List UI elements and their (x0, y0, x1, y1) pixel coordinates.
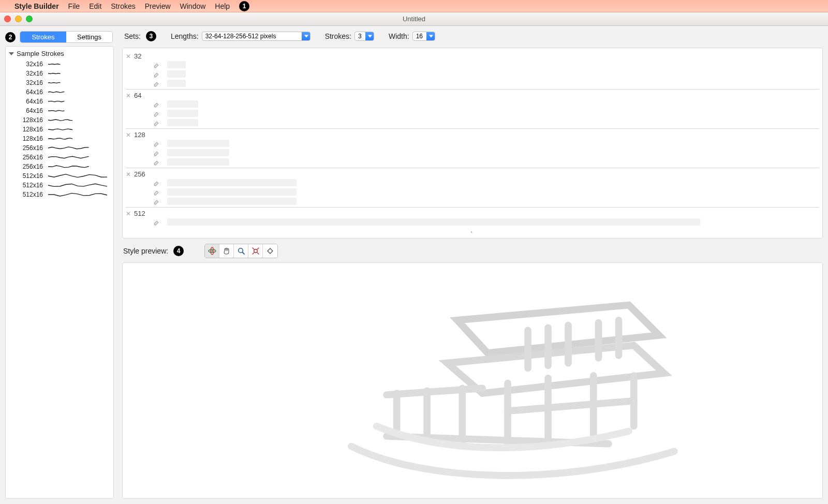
sets-panel: ✕32✕64✕128✕256✕512 • (122, 48, 823, 239)
zoom-tool-button[interactable] (234, 244, 248, 258)
stroke-slot-row (126, 79, 819, 88)
stroke-dimensions: 256x16 (19, 163, 43, 170)
zoom-extents-tool-button[interactable] (248, 244, 263, 258)
main-column: Sets: 3 Lengths: 32-64-128-256-512 pixel… (119, 26, 828, 504)
stroke-dimensions: 128x16 (19, 135, 43, 142)
eraser-icon (153, 100, 160, 108)
stroke-thumbnail (47, 182, 108, 188)
menubar-app-name[interactable]: Style Builder (14, 2, 59, 10)
remove-set-button[interactable]: ✕ (126, 210, 131, 217)
set-length-label: 128 (134, 131, 145, 139)
menu-strokes[interactable]: Strokes (111, 2, 135, 10)
set-length-label: 256 (134, 170, 145, 178)
stroke-slot[interactable] (167, 140, 229, 147)
eraser-icon (153, 61, 160, 68)
stroke-list-item[interactable]: 64x16 (8, 87, 111, 97)
lengths-select[interactable]: 32-64-128-256-512 pixels (202, 32, 310, 41)
stroke-slot-row (126, 139, 819, 148)
stroke-slot-row (126, 197, 819, 206)
stroke-list[interactable]: Sample Strokes 32x1632x1632x1664x1664x16… (5, 46, 114, 499)
stroke-slot[interactable] (167, 158, 229, 166)
pan-tool-button[interactable] (219, 244, 234, 258)
svg-line-4 (242, 253, 244, 255)
stroke-thumbnail (47, 145, 108, 151)
stroke-slot-row (126, 69, 819, 79)
width-label: Width: (389, 32, 409, 40)
stroke-slot[interactable] (167, 179, 297, 186)
stroke-thumbnail (47, 136, 108, 142)
stroke-slot-row (126, 109, 819, 118)
stroke-slot[interactable] (167, 80, 186, 87)
stroke-thumbnail (47, 173, 108, 179)
stroke-slot-row (126, 99, 819, 109)
sidebar-tabs: Strokes Settings (20, 31, 113, 43)
tab-settings[interactable]: Settings (66, 32, 112, 42)
stroke-list-item[interactable]: 256x16 (8, 143, 111, 153)
stroke-list-item[interactable]: 256x16 (8, 153, 111, 162)
lengths-label: Lengths: (171, 32, 199, 40)
stroke-slot-row (126, 157, 819, 167)
menu-edit[interactable]: Edit (89, 2, 101, 10)
stroke-list-item[interactable]: 512x16 (8, 181, 111, 190)
menu-preview[interactable]: Preview (145, 2, 171, 10)
remove-set-button[interactable]: ✕ (126, 92, 131, 99)
tab-strokes[interactable]: Strokes (20, 32, 66, 42)
stroke-dimensions: 128x16 (19, 116, 43, 124)
undo-view-tool-button[interactable] (263, 244, 277, 258)
stroke-thumbnail (47, 98, 108, 105)
stroke-slot[interactable] (167, 100, 198, 108)
stroke-set: ✕64 (126, 89, 819, 128)
stroke-list-item[interactable]: 32x16 (8, 78, 111, 87)
stroke-slot-row (126, 118, 819, 127)
strokes-select[interactable]: 3 (354, 32, 374, 41)
hand-icon (222, 246, 231, 256)
preview-canvas[interactable] (122, 262, 823, 499)
svg-line-19 (387, 388, 482, 395)
preview-house-sketch (193, 275, 752, 487)
remove-set-button[interactable]: ✕ (126, 171, 131, 178)
menu-window[interactable]: Window (180, 2, 206, 10)
diamond-icon (265, 246, 275, 256)
stroke-slot[interactable] (167, 188, 297, 196)
zoom-extents-icon (251, 246, 260, 256)
stroke-list-item[interactable]: 128x16 (8, 134, 111, 143)
stroke-list-item[interactable]: 32x16 (8, 60, 111, 69)
stroke-slot-row (126, 60, 819, 69)
app-body: 2 Strokes Settings Sample Strokes 32x163… (0, 26, 828, 504)
orbit-tool-button[interactable] (205, 244, 219, 258)
stroke-list-item[interactable]: 128x16 (8, 125, 111, 134)
stroke-slot[interactable] (167, 70, 186, 78)
stroke-list-item[interactable]: 64x16 (8, 106, 111, 115)
stroke-slot[interactable] (167, 218, 700, 226)
remove-set-button[interactable]: ✕ (126, 131, 131, 139)
stroke-dimensions: 256x16 (19, 144, 43, 152)
window-titlebar: Untitled (0, 12, 828, 26)
stroke-list-item[interactable]: 512x16 (8, 190, 111, 199)
menu-file[interactable]: File (68, 2, 80, 10)
stroke-slot[interactable] (167, 119, 198, 126)
eraser-icon (153, 188, 160, 196)
window-title: Untitled (0, 15, 828, 23)
callout-1: 1 (239, 1, 249, 11)
stroke-slot[interactable] (167, 198, 297, 205)
eraser-icon (153, 70, 160, 78)
stroke-dimensions: 64x16 (19, 98, 43, 105)
eraser-icon (153, 179, 160, 186)
width-select[interactable]: 16 (412, 32, 435, 41)
menu-help[interactable]: Help (215, 2, 230, 10)
mac-menubar: Style Builder File Edit Strokes Preview … (0, 0, 828, 12)
callout-3: 3 (146, 31, 156, 41)
strokes-label: Strokes: (325, 32, 351, 40)
eraser-icon (153, 158, 160, 166)
stroke-list-item[interactable]: 32x16 (8, 69, 111, 78)
stroke-list-item[interactable]: 64x16 (8, 97, 111, 106)
stroke-list-item[interactable]: 256x16 (8, 162, 111, 171)
stroke-list-item[interactable]: 512x16 (8, 171, 111, 181)
stroke-group-header[interactable]: Sample Strokes (8, 49, 111, 60)
remove-set-button[interactable]: ✕ (126, 53, 131, 60)
stroke-slot[interactable] (167, 149, 229, 156)
stroke-slot[interactable] (167, 110, 198, 117)
stroke-slot[interactable] (167, 61, 186, 68)
stroke-dimensions: 128x16 (19, 126, 43, 133)
stroke-list-item[interactable]: 128x16 (8, 115, 111, 125)
